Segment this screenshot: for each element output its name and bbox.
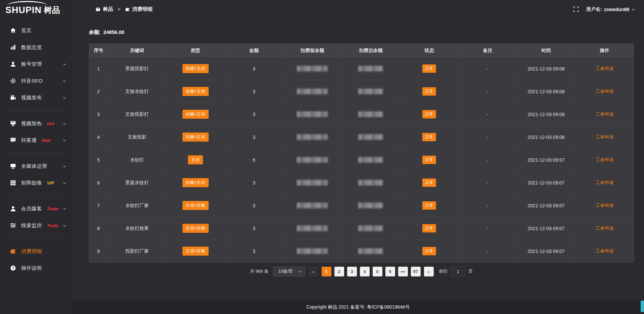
monitor-icon — [10, 163, 16, 169]
cell-remark: - — [459, 240, 517, 263]
status-badge: 正常 — [422, 178, 436, 187]
column-header: 状态 — [400, 44, 459, 57]
ticket-request-link[interactable]: 工单申请 — [595, 249, 613, 254]
censored-balance-after — [358, 248, 383, 254]
ticket-request-link[interactable]: 工单申请 — [595, 112, 613, 117]
ticket-request-link[interactable]: 工单申请 — [595, 180, 613, 185]
sidebar-item-user[interactable]: 账号管理 — [0, 56, 72, 72]
status-badge: 正常 — [422, 156, 436, 164]
cell-remark: - — [459, 194, 517, 217]
sidebar-item-heat[interactable]: 视频加热 Hot — [0, 115, 72, 132]
page-button-1[interactable]: 1 — [322, 267, 331, 276]
sidebar-item-member[interactable]: 会员爆客 Tools — [0, 200, 72, 217]
table-row: 4 文旅投影 前缀+主词 3 正常 - 2021-12-03 09:08 工单申… — [89, 126, 634, 149]
cell-time: 2021-12-03 09:07 — [517, 240, 575, 263]
logo-text-cn: 树品 — [44, 5, 60, 15]
page-button-3[interactable]: 3 — [347, 267, 357, 276]
sidebar-item-monitor[interactable]: 全媒体运营 — [0, 158, 72, 174]
home-icon — [10, 28, 16, 34]
censored-balance-after — [358, 89, 383, 94]
fullscreen-icon[interactable] — [573, 6, 579, 12]
sliders-icon — [10, 222, 16, 228]
sidebar-item-grid[interactable]: 矩阵助推 VIP — [0, 174, 72, 191]
page-ellipsis-button[interactable]: ••• — [398, 267, 408, 276]
sidebar-item-wallet[interactable]: 消费明细 — [0, 243, 72, 260]
consumption-table-wrap: 序号关键词类型金额扣费前余额扣费后余额状态备注时间操作 1 景观投影灯 前缀+主… — [89, 44, 634, 263]
ticket-request-link[interactable]: 工单申请 — [595, 135, 613, 140]
ticket-request-link[interactable]: 工单申请 — [595, 203, 613, 208]
chevron-down-icon — [62, 62, 67, 66]
prev-page-button[interactable]: ‹ — [309, 267, 318, 276]
svg-text:?: ? — [12, 266, 14, 270]
next-page-button[interactable]: › — [424, 267, 434, 276]
page-button-6[interactable]: 6 — [385, 267, 395, 276]
page-size-select[interactable]: 10条/页 — [273, 266, 305, 276]
user-menu[interactable]: 用户名: zswodun88 — [586, 6, 635, 12]
footer: Copyright 树品 2021 备案号: 粤ICP备09019646号 — [72, 300, 644, 314]
status-badge: 正常 — [422, 133, 436, 141]
censored-balance-before — [297, 180, 328, 186]
censored-balance-before — [297, 66, 328, 71]
page-button-4[interactable]: 4 — [360, 267, 370, 276]
page-button-97[interactable]: 97 — [411, 267, 421, 276]
table-row: 1 景观投影灯 前缀+主词 3 正常 - 2021-12-03 09:08 工单… — [89, 57, 634, 80]
sidebar: SHUPIN 树品 首页 数据总览 账号管理 抖音SEO 视频发布 视频加热 H… — [0, 0, 72, 314]
chevron-down-icon — [298, 270, 302, 273]
cell-index: 5 — [89, 149, 108, 171]
ticket-request-link[interactable]: 工单申请 — [595, 157, 613, 162]
user-icon — [10, 61, 16, 67]
sidebar-item-tag: New — [42, 138, 51, 143]
column-header: 类型 — [166, 44, 225, 57]
breadcrumb-item-shupin[interactable]: 树品 — [96, 6, 113, 12]
cell-remark: - — [459, 57, 517, 80]
cell-index: 8 — [89, 217, 108, 240]
sidebar-item-tag: Tools — [47, 223, 58, 228]
page-button-2[interactable]: 2 — [334, 267, 344, 276]
type-badge: 前缀+主词 — [182, 87, 209, 96]
pagination-bar: 共 969 条 10条/页 ‹ 123456•••97 › 前往 页 — [89, 266, 634, 276]
column-header: 备注 — [459, 44, 517, 57]
sidebar-item-video[interactable]: 视频发布 — [0, 89, 72, 106]
status-badge: 正常 — [422, 201, 436, 210]
question-icon: ? — [10, 265, 16, 271]
status-badge: 正常 — [422, 64, 436, 73]
censored-balance-after — [358, 157, 383, 163]
table-row: 5 水纹灯 主词 6 正常 - 2021-12-03 09:07 工单申请 — [89, 149, 634, 171]
balance: 余额:24856.00 — [89, 29, 644, 36]
topbar: 树品 > 消费明细 用户名: zswodun88 — [72, 0, 644, 19]
ticket-request-link[interactable]: 工单申请 — [595, 226, 613, 231]
column-header: 时间 — [517, 44, 575, 57]
ticket-request-link[interactable]: 工单申请 — [595, 89, 613, 94]
sidebar-item-home[interactable]: 首页 — [0, 22, 72, 39]
chevron-down-icon — [62, 138, 67, 143]
sidebar-item-chart[interactable]: 数据总览 — [0, 39, 72, 56]
goto-page-input[interactable] — [451, 266, 466, 276]
table-body: 1 景观投影灯 前缀+主词 3 正常 - 2021-12-03 09:08 工单… — [89, 57, 634, 263]
floating-widget[interactable] — [641, 301, 644, 312]
type-badge: 主词 — [188, 155, 203, 164]
goto-unit: 页 — [469, 268, 473, 274]
column-header: 扣费前余额 — [283, 44, 341, 57]
username-label: 用户名: — [586, 6, 602, 12]
cell-keyword: 文旅投影 — [108, 126, 166, 149]
ticket-request-link[interactable]: 工单申请 — [595, 66, 613, 71]
censored-balance-after — [358, 180, 383, 186]
copyright-text: Copyright 树品 2021 备案号: 粤ICP备09019646号 — [306, 304, 410, 310]
censored-balance-after — [358, 203, 383, 208]
breadcrumb-item-consume-detail[interactable]: 消费明细 — [125, 6, 153, 12]
cell-remark: - — [459, 171, 517, 194]
sidebar-item-question[interactable]: ? 操作说明 — [0, 260, 72, 276]
chart-icon — [10, 44, 16, 50]
sidebar-item-sliders[interactable]: 线索监控 Tools — [0, 217, 72, 234]
sidebar-item-gear[interactable]: 抖音SEO — [0, 72, 72, 89]
chevron-down-icon — [62, 79, 67, 83]
cell-remark: - — [459, 80, 517, 103]
cell-index: 2 — [89, 80, 108, 103]
cell-amount: 3 — [225, 171, 283, 194]
cell-amount: 3 — [225, 80, 283, 103]
table-row: 8 水纹灯效果 主词+后缀 3 正常 - 2021-12-03 09:07 工单… — [89, 217, 634, 240]
page-button-5[interactable]: 5 — [373, 267, 382, 276]
cell-amount: 3 — [225, 194, 283, 217]
sidebar-item-chat[interactable]: 抖客通 New — [0, 132, 72, 149]
chat-icon — [10, 137, 16, 143]
